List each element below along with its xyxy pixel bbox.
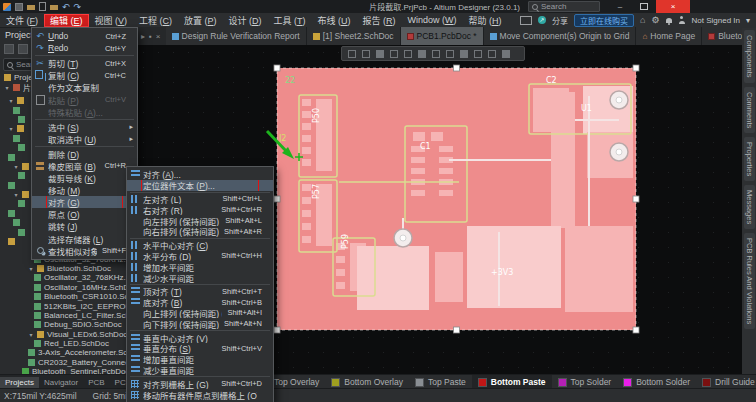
save-icon[interactable] bbox=[15, 3, 23, 11]
document-tab-1[interactable]: [1] Sheet2.SchDoc bbox=[307, 27, 401, 45]
align-submenu-item-6[interactable]: 向右排列 (保持间距) (H)Shift+Alt+R bbox=[127, 226, 273, 237]
layer-tab-top-solder[interactable]: Top Solder bbox=[552, 375, 618, 389]
edit-menu-item-3[interactable]: ✂剪切 (T)Ctrl+X bbox=[32, 57, 137, 69]
tree-row-8[interactable]: Debug_SDIO.SchDoc bbox=[0, 320, 136, 329]
panel-tab-projects[interactable]: Projects bbox=[0, 377, 39, 388]
tab-bar-control-icon-1[interactable]: ▪ bbox=[149, 32, 152, 41]
sign-in-label[interactable]: Not Signed In bbox=[692, 16, 740, 25]
right-panel-tab-pcb-rules-and-violations[interactable]: PCB Rules And Violations bbox=[744, 233, 755, 329]
tree-row-12[interactable]: CR2032_Battery_Connector.SchDoc bbox=[0, 358, 136, 367]
canvas-tool-icon[interactable] bbox=[376, 50, 384, 58]
edit-menu-item-13[interactable]: 橡皮图章 (B)Ctrl+R bbox=[32, 160, 137, 172]
open-icon[interactable] bbox=[27, 5, 35, 10]
tree-expand-icon[interactable]: ▾ bbox=[13, 163, 19, 170]
canvas-tool-icon[interactable] bbox=[474, 50, 482, 58]
tree-row-10[interactable]: Red_LED.SchDoc bbox=[0, 339, 136, 348]
menubar-item-10[interactable]: 帮助 (H) bbox=[463, 14, 508, 27]
edit-menu-item-15[interactable]: 移动 (M)▸ bbox=[32, 184, 137, 196]
tree-row-7[interactable]: Balanced_LC_Filter.SchDoc bbox=[0, 311, 136, 320]
menubar-item-0[interactable]: 文件 (F) bbox=[0, 14, 44, 27]
gear-icon[interactable]: ⚙ bbox=[651, 16, 659, 25]
align-submenu-item-11[interactable]: 减少水平间距 bbox=[127, 272, 273, 283]
panel-tab-pcb[interactable]: PCB bbox=[83, 377, 109, 388]
sheet-icon[interactable] bbox=[39, 2, 46, 11]
document-tab-2[interactable]: PCB1.PcbDoc * bbox=[401, 27, 484, 45]
edit-menu-item-20[interactable]: 查找相似对象 (N)...Shift+F bbox=[32, 245, 137, 257]
menubar-item-6[interactable]: 工具 (T) bbox=[268, 14, 312, 27]
edit-menu-item-4[interactable]: 复制 (C)Ctrl+C bbox=[32, 69, 137, 81]
tree-expand-icon[interactable]: ▾ bbox=[8, 125, 14, 132]
canvas-tool-icon[interactable] bbox=[362, 50, 370, 58]
canvas-tool-icon[interactable] bbox=[418, 50, 426, 58]
tree-row-6[interactable]: 512KBits_I2C_EEPROM.SchDoc bbox=[0, 301, 136, 310]
share-icon[interactable]: ↗ bbox=[538, 16, 546, 24]
edit-menu-item-17[interactable]: 原点 (O)▸ bbox=[32, 208, 137, 220]
canvas-tool-icon[interactable] bbox=[404, 50, 412, 58]
canvas-tool-icon[interactable] bbox=[488, 50, 496, 58]
document-tab-3[interactable]: Move Component(s) Origin to Grid bbox=[484, 27, 637, 45]
edit-menu-item-5[interactable]: 作为文本复制 bbox=[32, 81, 137, 93]
menubar-item-9[interactable]: Window (W) bbox=[402, 15, 463, 25]
tree-row-3[interactable]: Oscillator_32_768KHz.SchDoc bbox=[0, 273, 136, 282]
canvas-tool-icon[interactable] bbox=[390, 50, 398, 58]
tree-expand-icon[interactable]: ▾ bbox=[28, 265, 34, 272]
menubar-item-8[interactable]: 报告 (R) bbox=[357, 14, 402, 27]
maximize-button[interactable] bbox=[632, 0, 656, 13]
layer-tab-top-paste[interactable]: Top Paste bbox=[409, 375, 472, 389]
close-button[interactable]: × bbox=[656, 0, 690, 13]
tree-row-5[interactable]: Bluetooth_CSR1010.SchDoc bbox=[0, 292, 136, 301]
screen-share-icon[interactable] bbox=[520, 16, 532, 25]
share-label[interactable]: 分享 bbox=[552, 15, 568, 26]
align-submenu-item-10[interactable]: 增加水平间距 bbox=[127, 261, 273, 272]
user-avatar-icon[interactable] bbox=[678, 16, 686, 24]
right-panel-tab-properties[interactable]: Properties bbox=[744, 137, 755, 181]
right-panel-tab-comments[interactable]: Comments bbox=[744, 87, 755, 133]
menubar-item-1[interactable]: 编辑 (E) bbox=[44, 14, 89, 27]
edit-menu-item-0[interactable]: ↶UndoCtrl+Z bbox=[32, 30, 137, 42]
tree-expand-icon[interactable]: ▾ bbox=[8, 97, 14, 104]
align-submenu-item-20[interactable]: 增加垂直间距 bbox=[127, 354, 273, 365]
align-submenu-item-4[interactable]: 右对齐 (R)Shift+Ctrl+R bbox=[127, 204, 273, 215]
edit-menu-item-19[interactable]: 选择存储器 (L)▸ bbox=[32, 233, 137, 245]
open-icon[interactable] bbox=[50, 5, 58, 10]
align-submenu-item-3[interactable]: 左对齐 (L)Shift+Ctrl+L bbox=[127, 194, 273, 205]
notifications-icon[interactable] bbox=[666, 18, 672, 23]
layer-tab-bottom-overlay[interactable]: Bottom Overlay bbox=[325, 375, 409, 389]
tree-row-11[interactable]: 3-Axis_Accelerometer.SchDoc bbox=[0, 348, 136, 357]
align-submenu-item-21[interactable]: 减少垂直间距 bbox=[127, 365, 273, 376]
menubar-item-7[interactable]: 布线 (U) bbox=[312, 14, 357, 27]
align-submenu-item-15[interactable]: 向上排列 (保持间距) (I)Shift+Alt+I bbox=[127, 308, 273, 319]
edit-menu-item-7[interactable]: 特殊粘贴 (A)... bbox=[32, 106, 137, 118]
align-submenu-item-14[interactable]: 底对齐 (B)Shift+Ctrl+B bbox=[127, 297, 273, 308]
edit-menu-item-16[interactable]: 对齐 (G)▸ bbox=[32, 196, 137, 208]
menubar-item-5[interactable]: 设计 (D) bbox=[223, 14, 268, 27]
layer-tab-bottom-paste[interactable]: Bottom Paste bbox=[472, 375, 552, 389]
tree-expand-icon[interactable]: ▾ bbox=[4, 84, 10, 91]
right-panel-tab-messages[interactable]: Messages bbox=[744, 185, 755, 229]
menubar-item-2[interactable]: 视图 (V) bbox=[89, 14, 134, 27]
right-panel-tab-components[interactable]: Components bbox=[744, 30, 755, 83]
undo-icon[interactable]: ↶ bbox=[62, 3, 70, 11]
canvas-tool-icon[interactable] bbox=[446, 50, 454, 58]
tree-expand-icon[interactable]: ▾ bbox=[13, 191, 19, 198]
align-submenu-item-13[interactable]: 顶对齐 (T)Shift+Ctrl+T bbox=[127, 286, 273, 297]
document-tab-4[interactable]: ⌂Home Page bbox=[636, 27, 702, 45]
align-submenu-item-1[interactable]: 定位器件文本 (P)... bbox=[127, 180, 273, 191]
align-submenu-item-5[interactable]: 向左排列 (保持间距) (E)Shift+Alt+L bbox=[127, 215, 273, 226]
tree-row-9[interactable]: ▾Visual_LEDx6.SchDoc bbox=[0, 330, 136, 339]
buy-online-button[interactable]: 立即在线购买 bbox=[574, 14, 634, 27]
menubar-item-3[interactable]: 工程 (C) bbox=[133, 14, 178, 27]
align-submenu-item-9[interactable]: 水平分布 (D)Shift+Ctrl+H bbox=[127, 251, 273, 262]
canvas-tool-icon[interactable] bbox=[502, 50, 510, 58]
canvas-tool-icon[interactable] bbox=[348, 50, 356, 58]
align-submenu-item-19[interactable]: 垂直分布 (S)Shift+Ctrl+V bbox=[127, 343, 273, 354]
edit-menu-item-1[interactable]: ↷RedoCtrl+Y bbox=[32, 42, 137, 54]
redo-icon[interactable]: ↷ bbox=[74, 3, 82, 11]
tab-bar-control-icon-2[interactable]: × bbox=[156, 32, 161, 41]
global-search-input[interactable]: Search bbox=[528, 1, 600, 12]
layer-tab-bottom-solder[interactable]: Bottom Solder bbox=[617, 375, 696, 389]
align-submenu-item-16[interactable]: 向下排列 (保持间距) (N)Shift+Alt+N bbox=[127, 318, 273, 329]
align-submenu-item-23[interactable]: 对齐到栅格上 (G)Shift+Ctrl+D bbox=[127, 378, 273, 389]
tree-expand-icon[interactable]: ▾ bbox=[28, 331, 34, 338]
minimize-button[interactable]: – bbox=[608, 0, 632, 13]
